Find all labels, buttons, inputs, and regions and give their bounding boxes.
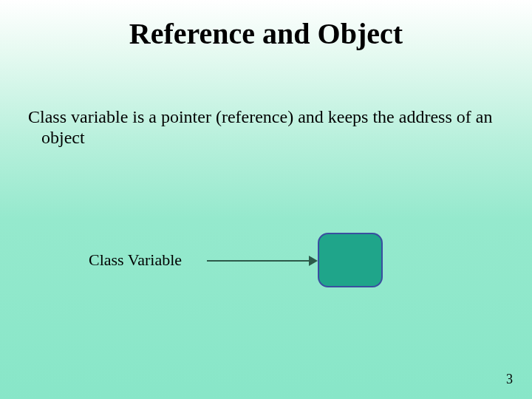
arrow-head-icon bbox=[309, 256, 318, 266]
object-box-icon bbox=[318, 233, 383, 287]
slide-body-text: Class variable is a pointer (reference) … bbox=[28, 107, 499, 148]
diagram-label: Class Variable bbox=[89, 250, 182, 270]
page-number: 3 bbox=[506, 372, 513, 387]
slide-title: Reference and Object bbox=[0, 16, 532, 51]
arrow-line-icon bbox=[207, 260, 310, 262]
slide: Reference and Object Class variable is a… bbox=[0, 0, 532, 399]
reference-diagram: Class Variable bbox=[89, 233, 443, 292]
